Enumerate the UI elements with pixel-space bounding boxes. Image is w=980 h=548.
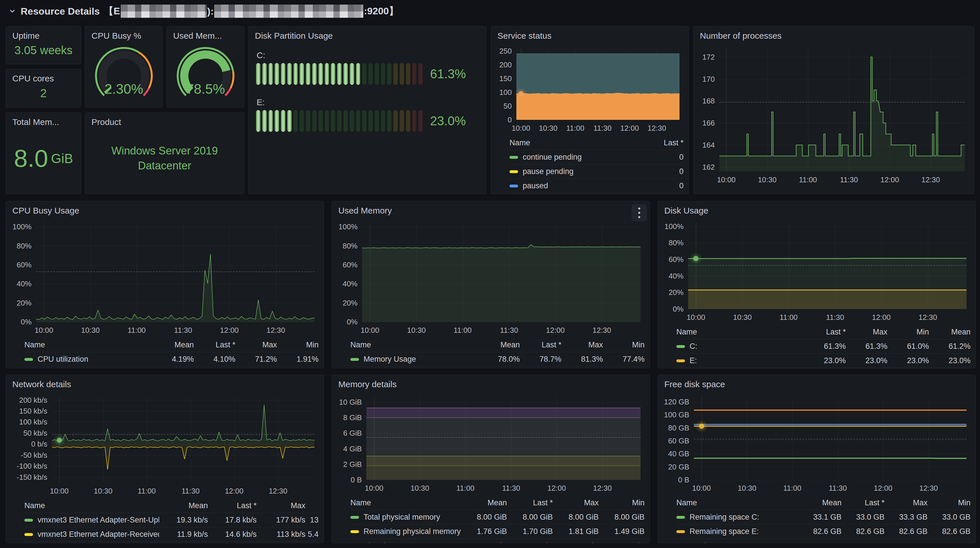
panel-title[interactable]: Uptime: [6, 26, 81, 42]
series-name[interactable]: Virtual memory: [364, 542, 415, 543]
series-color-swatch[interactable]: [676, 516, 685, 519]
legend-value: 8.00 GiB: [553, 513, 599, 522]
panel-title[interactable]: Product: [85, 113, 244, 128]
panel-title[interactable]: Total Mem...: [6, 113, 81, 128]
series-name[interactable]: Remaining physical memory: [364, 527, 461, 536]
legend-column-header[interactable]: Max: [235, 340, 277, 349]
series-name[interactable]: continue pending: [523, 153, 582, 162]
series-color-swatch[interactable]: [24, 358, 33, 361]
legend-column-header[interactable]: Mean: [929, 327, 970, 337]
panel-title[interactable]: Used Mem...: [167, 26, 244, 42]
legend-column-header[interactable]: Min: [888, 327, 929, 337]
legend-value: 85.3 GB: [799, 542, 842, 543]
series-name[interactable]: Total physical memory: [364, 513, 440, 522]
panel-menu-button[interactable]: [632, 204, 647, 221]
series-color-swatch[interactable]: [350, 516, 359, 519]
series-name[interactable]: E:: [690, 356, 697, 365]
legend-value: 4.19%: [152, 355, 194, 364]
svg-text:2.30%: 2.30%: [104, 81, 143, 97]
legend-column-header[interactable]: Max: [257, 501, 305, 510]
series-name[interactable]: C:: [690, 342, 697, 351]
led-cell: [262, 110, 267, 132]
panel-title[interactable]: Disk Partition Usage: [248, 26, 486, 42]
series-name[interactable]: paused: [523, 181, 548, 190]
series-name[interactable]: Remaining space E:: [690, 527, 759, 536]
legend-column-header[interactable]: Min: [277, 340, 318, 349]
panel-title[interactable]: Used Memory: [332, 201, 650, 217]
series-name[interactable]: vmxnet3 Ethernet Adapter-Sent-Upload: [38, 516, 159, 524]
legend-column-header[interactable]: Last *: [507, 499, 553, 507]
panel-title[interactable]: CPU cores: [6, 69, 81, 84]
led-cell: [325, 110, 329, 132]
legend-column-header[interactable]: Last *: [208, 501, 257, 510]
legend-column-header[interactable]: Mean: [152, 340, 194, 349]
legend-column-header[interactable]: Max: [885, 499, 928, 507]
panel-title[interactable]: CPU Busy Usage: [6, 201, 324, 217]
series-color-swatch[interactable]: [676, 530, 685, 533]
redacted-address: [214, 5, 363, 18]
series-color-swatch[interactable]: [509, 156, 518, 159]
legend-column-header[interactable]: Max: [562, 340, 603, 349]
service-status-legend: NameLast *continue pending0pause pending…: [491, 135, 689, 193]
series-name[interactable]: CPU utilization: [38, 355, 88, 364]
series-color-swatch[interactable]: [24, 519, 33, 522]
panel-title[interactable]: Memory details: [332, 375, 650, 390]
series-color-swatch[interactable]: [350, 530, 359, 533]
legend-column-header[interactable]: Min: [928, 499, 970, 507]
legend-column-header[interactable]: Name: [350, 340, 478, 349]
legend-column-header[interactable]: Name: [676, 327, 804, 337]
panel-title[interactable]: CPU Busy %: [85, 26, 162, 42]
legend-column-header[interactable]: Name: [676, 499, 799, 507]
legend-column-header[interactable]: Min: [599, 499, 644, 507]
legend-column-header[interactable]: Mean: [478, 340, 520, 349]
led-cell: [344, 110, 348, 132]
series-name[interactable]: Remaining space C:: [690, 513, 759, 522]
series-name[interactable]: Memory Usage: [364, 355, 416, 364]
led-cell: [318, 110, 323, 132]
legend-column-header[interactable]: Mean: [159, 501, 208, 510]
legend-column-header[interactable]: Mean: [461, 499, 507, 507]
legend-column-header[interactable]: Name: [24, 340, 152, 349]
legend-value: 1.70 GiB: [507, 527, 553, 536]
legend-column-header[interactable]: Last *: [520, 340, 562, 349]
series-color-swatch[interactable]: [676, 359, 685, 362]
series-color-swatch[interactable]: [676, 345, 685, 348]
panel-title[interactable]: Free disk space: [658, 375, 976, 390]
panel-total-mem: Total Mem... 8.0GiB: [6, 112, 81, 194]
legend-column-header[interactable]: Name: [509, 138, 641, 147]
led-cell: [400, 110, 404, 132]
led-cell: [393, 110, 398, 132]
led-cell: [393, 63, 398, 85]
led-cell: [400, 63, 404, 85]
legend-row: Remaining physical memory1.76 GiB1.70 Gi…: [350, 524, 644, 539]
series-color-swatch[interactable]: [24, 533, 33, 536]
panel-title[interactable]: Network details: [6, 375, 324, 390]
legend-column-header[interactable]: Min: [603, 340, 644, 349]
chevron-down-icon[interactable]: [9, 8, 16, 15]
legend-column-header[interactable]: Last *: [194, 340, 235, 349]
legend-column-header[interactable]: Last *: [842, 499, 885, 507]
cpu-busy-usage-chart: 0%20%40%60%80%100%10:0010:3011:0011:3012…: [9, 221, 319, 337]
panel-title[interactable]: Service status: [491, 26, 689, 42]
legend-row: vmxnet3 Ethernet Adapter-Received-Downlo…: [24, 527, 318, 542]
series-name[interactable]: vmxnet3 Ethernet Adapter-Received-Downlo…: [38, 530, 159, 539]
legend-column-header[interactable]: Max: [846, 327, 888, 337]
legend-column-header[interactable]: Mean: [799, 499, 842, 507]
legend-value: 4.10%: [194, 355, 235, 364]
legend-row: Total space C:85.3 GB85.3 GB85.3 GB85.3 …: [676, 539, 970, 543]
legend-value: 8.00 GiB: [599, 513, 644, 522]
legend-column-header[interactable]: Max: [553, 499, 599, 507]
row-title[interactable]: Resource Details 【E): :9200】: [21, 5, 399, 18]
legend-column-header[interactable]: Last *: [804, 327, 846, 337]
series-color-swatch[interactable]: [509, 184, 518, 187]
series-name[interactable]: pause pending: [523, 167, 573, 176]
legend-column-header[interactable]: Name: [350, 499, 461, 507]
panel-title[interactable]: Disk Usage: [658, 201, 976, 217]
legend-column-header[interactable]: Last *: [641, 138, 684, 147]
series-color-swatch[interactable]: [509, 170, 518, 173]
legend-value: 1.81 GiB: [553, 527, 599, 536]
panel-title[interactable]: Number of processes: [694, 26, 974, 42]
series-color-swatch[interactable]: [350, 358, 359, 361]
legend-column-header[interactable]: Name: [24, 501, 159, 510]
series-name[interactable]: Total space C:: [690, 542, 738, 543]
